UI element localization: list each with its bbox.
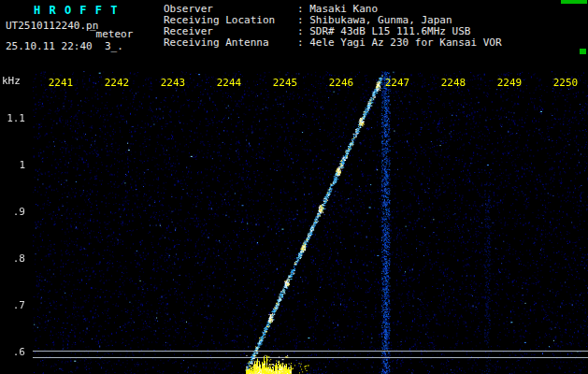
header: H R O F F T UT2510112240.pn ‾meteor 25.1… [0, 0, 588, 71]
x-axis-tick: 2247 [385, 78, 410, 89]
hrofft-window: H R O F F T UT2510112240.pn ‾meteor 25.1… [0, 0, 588, 374]
capture-datetime: 25.10.11 22:40 3_. [6, 40, 123, 52]
y-axis-tick: .9 [0, 207, 25, 218]
spectrogram-canvas [0, 71, 588, 374]
y-axis-tick: .7 [0, 300, 25, 311]
y-axis-tick: .8 [0, 253, 25, 265]
status-mark-side-icon [580, 49, 586, 54]
y-axis-tick: .6 [0, 347, 25, 358]
y-axis-tick: 1 [0, 160, 25, 171]
x-axis-tick: 2248 [441, 78, 466, 89]
x-axis-tick: 2241 [49, 78, 74, 89]
x-axis-tick: 2242 [105, 78, 130, 89]
x-axis-tick: 2243 [161, 78, 186, 89]
status-mark-top-icon [561, 0, 587, 4]
app-title: H R O F F T [34, 4, 118, 17]
x-axis-tick: 2244 [217, 78, 242, 89]
station-info: Observer: Masaki KanoReceiving Location:… [164, 4, 502, 49]
capture-filename: UT2510112240.pn [6, 20, 98, 32]
x-axis-tick: 2250 [553, 78, 579, 89]
x-axis-tick: 2246 [329, 78, 354, 89]
x-axis-tick: 2249 [497, 78, 523, 89]
info-value: : 4ele Yagi Az 230 for Kansai VOR [297, 36, 502, 49]
y-axis-unit: kHz [2, 75, 21, 87]
info-label: Receiving Antenna [164, 37, 297, 49]
band-label: ‾meteor [90, 28, 133, 40]
station-info-row: Receiving Antenna: 4ele Yagi Az 230 for … [164, 37, 502, 49]
y-axis-tick: 1.1 [0, 113, 25, 124]
x-axis-tick: 2245 [273, 78, 298, 89]
spectrogram: kHz 1.11.9.8.7.6 22412242224322442245224… [0, 71, 588, 374]
